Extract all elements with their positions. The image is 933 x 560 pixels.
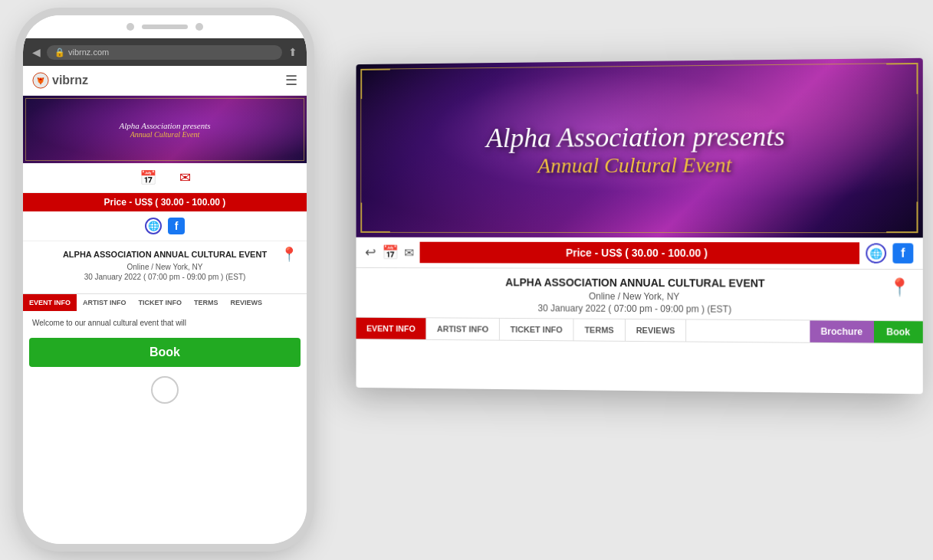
phone-event-info: ALPHA ASSOCIATION ANNUAL CULTURAL EVENT … [23,241,307,289]
desktop-event-info: ALPHA ASSOCIATION ANNUAL CULTURAL EVENT … [356,268,923,320]
facebook-icon[interactable]: f [168,218,185,234]
phone-social-bar: 🌐 f [23,211,307,241]
lock-icon: 🔒 [54,47,65,57]
calendar-icon[interactable]: 📅 [140,169,156,186]
phone-tab-ticket-info[interactable]: TICKET INFO [133,294,189,311]
globe-icon-desktop[interactable]: 🌐 [866,243,886,263]
phone-book-button[interactable]: Book [29,338,301,367]
phone-price-bar: Price - US$ ( 30.00 - 100.00 ) [23,193,307,211]
desktop-banner: Alpha Association presents Annual Cultur… [356,58,923,238]
browser-url-bar[interactable]: 🔒 vibrnz.com [47,45,282,60]
phone-camera-2 [195,23,203,31]
vibrnz-logo-icon [32,72,49,89]
globe-icon[interactable]: 🌐 [145,218,162,234]
desktop-map-pin-icon[interactable]: 📍 [889,277,910,298]
desktop-book-button[interactable]: Book [874,321,923,343]
mail-icon[interactable]: ✉ [179,169,191,186]
desktop-tab-terms[interactable]: TERMS [574,319,626,340]
desktop-tab-event-info[interactable]: EVENT INFO [356,318,427,339]
phone-action-bar: 📅 ✉ [23,163,307,193]
phone-device: ◀ 🔒 vibrnz.com ⬆ vibrnz [23,15,307,544]
desktop-banner-text: Alpha Association presents Annual Cultur… [486,120,785,178]
back-icon[interactable]: ◀ [32,46,41,58]
phone-tab-event-info[interactable]: EVENT INFO [23,294,77,311]
phone-event-date: 30 January 2022 ( 07:00 pm - 09:00 pm ) … [32,273,297,281]
logo-text: vibrnz [52,74,88,87]
phone-camera [126,23,134,31]
desktop-view: Alpha Association presents Annual Cultur… [356,58,923,394]
desktop-banner-title: Alpha Association presents [486,120,785,154]
phone-logo[interactable]: vibrnz [32,72,88,89]
phone-banner-title: Alpha Association presents [119,121,210,130]
map-pin-icon[interactable]: 📍 [281,246,297,263]
phone-tabs: EVENT INFO ARTIST INFO TICKET INFO TERMS… [23,293,307,311]
mail-icon-desktop[interactable]: ✉ [404,245,414,260]
phone-event-title: ALPHA ASSOCIATION ANNUAL CULTURAL EVENT [32,249,297,260]
phone-home-button[interactable] [151,376,179,404]
phone-tab-artist-info[interactable]: ARTIST INFO [77,294,133,311]
phone-banner-subtitle: Annual Cultural Event [119,130,210,139]
phone-tab-terms[interactable]: TERMS [188,294,225,311]
phone-event-banner: Alpha Association presents Annual Cultur… [23,96,307,163]
phone-event-location: Online / New York, NY [32,263,297,271]
desktop-tab-reviews[interactable]: REVIEWS [626,319,687,342]
scene: ◀ 🔒 vibrnz.com ⬆ vibrnz [0,0,933,560]
desktop-event-title: ALPHA ASSOCIATION ANNUAL CULTURAL EVENT [368,276,910,290]
browser-bar: ◀ 🔒 vibrnz.com ⬆ [23,38,307,66]
facebook-icon-desktop[interactable]: f [892,243,913,264]
share-icon[interactable]: ⬆ [288,46,297,58]
desktop-banner-subtitle: Annual Cultural Event [486,152,785,178]
phone-tab-content: Welcome to our annual cultural event tha… [23,311,307,335]
phone-notch [23,15,307,38]
phone-banner-text: Alpha Association presents Annual Cultur… [119,121,210,139]
brochure-button[interactable]: Brochure [810,320,874,342]
calendar-icon-desktop[interactable]: 📅 [382,244,398,261]
url-text: vibrnz.com [68,47,109,57]
desktop-price-bar: Price - US$ ( 30.00 - 100.00 ) [420,242,860,264]
desktop-event-date: 30 January 2022 ( 07:00 pm - 09:00 pm ) … [368,302,910,316]
phone-speaker [142,25,188,29]
phone-home-area [23,370,307,413]
desktop-tab-ticket-info[interactable]: TICKET INFO [500,319,574,341]
phone-site-header: vibrnz ☰ [23,66,307,96]
share-icon-desktop[interactable]: ↩ [365,244,376,261]
phone-tab-reviews[interactable]: REVIEWS [225,294,269,311]
desktop-toolbar: ↩ 📅 ✉ Price - US$ ( 30.00 - 100.00 ) 🌐 f [356,237,923,270]
hamburger-icon[interactable]: ☰ [285,72,297,89]
desktop-event-location: Online / New York, NY [368,290,910,303]
desktop-tab-artist-info[interactable]: ARTIST INFO [426,318,500,339]
